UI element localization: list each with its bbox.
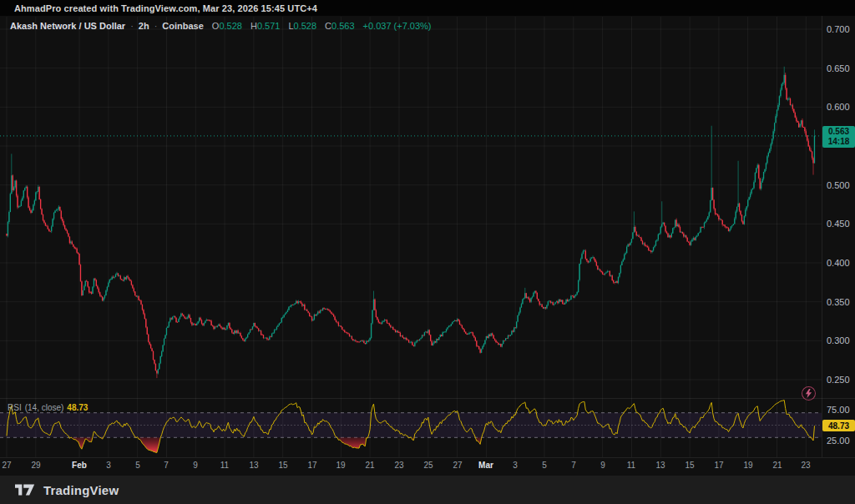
rsi-title: RSI — [8, 403, 22, 412]
price-tick: 0.700 — [827, 24, 850, 34]
time-tick: 15 — [675, 461, 704, 470]
time-tick: 5 — [124, 461, 152, 470]
ohlc-open: O0.528 — [209, 21, 242, 31]
price-tick: 0.650 — [827, 63, 850, 73]
price-tick: 0.400 — [827, 258, 850, 268]
ohlc-high: H0.571 — [247, 21, 280, 31]
time-tick: 27 — [443, 461, 472, 470]
legend-separator: · — [154, 21, 158, 31]
time-tick: 9 — [589, 461, 617, 470]
time-tick: 5 — [530, 461, 559, 470]
watermark-text: AhmadPro created with TradingView.com, M… — [14, 3, 317, 13]
chart-canvas[interactable] — [0, 0, 855, 504]
symbol-legend: Akash Network / US Dollar · 2h · Coinbas… — [10, 21, 432, 31]
time-tick: 17 — [705, 461, 733, 470]
time-tick: 21 — [763, 461, 792, 470]
time-tick: 13 — [240, 461, 268, 470]
time-tick: 25 — [414, 461, 443, 470]
watermark-bar: AhmadPro created with TradingView.com, M… — [0, 0, 855, 16]
quick-trade-button[interactable] — [802, 386, 816, 401]
rsi-tick: 25.00 — [827, 436, 850, 446]
interval-label[interactable]: 2h — [139, 21, 149, 31]
time-tick: 3 — [501, 461, 529, 470]
price-change: +0.037 (+7.03%) — [363, 21, 432, 31]
time-tick: 7 — [559, 461, 588, 470]
time-tick: 9 — [181, 461, 210, 470]
time-tick: 3 — [94, 461, 123, 470]
price-tick: 0.300 — [827, 335, 850, 345]
tradingview-logo-icon[interactable] — [15, 483, 37, 496]
price-tick: 0.500 — [827, 180, 850, 190]
legend-separator: · — [130, 21, 134, 31]
time-tick: 27 — [0, 461, 21, 470]
last-price-badge: 0.563 14:18 — [822, 126, 855, 148]
time-tick-month: Mar — [472, 461, 500, 470]
time-tick: 11 — [210, 461, 239, 470]
time-tick: 19 — [734, 461, 762, 470]
rsi-params: (14, close) — [25, 403, 64, 412]
price-tick: 0.250 — [827, 375, 850, 385]
price-tick: 0.350 — [827, 297, 850, 307]
rsi-value-badge: 48.73 — [822, 420, 855, 431]
lightning-icon — [805, 389, 812, 398]
time-tick: 19 — [326, 461, 355, 470]
last-price-value: 0.563 — [828, 127, 849, 137]
time-tick-month: Feb — [65, 461, 94, 470]
time-tick: 11 — [617, 461, 645, 470]
ohlc-low: L0.528 — [285, 21, 316, 31]
rsi-legend[interactable]: RSI (14, close) 48.73 — [8, 403, 88, 412]
symbol-title[interactable]: Akash Network / US Dollar — [10, 21, 125, 31]
time-tick: 15 — [269, 461, 297, 470]
time-tick: 13 — [646, 461, 675, 470]
time-tick: 17 — [298, 461, 326, 470]
time-tick: 21 — [356, 461, 384, 470]
exchange-label: Coinbase — [162, 21, 204, 31]
ohlc-close: C0.563 — [321, 21, 354, 31]
time-tick: 7 — [152, 461, 180, 470]
time-tick: 23 — [792, 461, 820, 470]
price-tick: 0.450 — [827, 219, 850, 229]
tradingview-brand[interactable]: TradingView — [43, 483, 119, 497]
price-tick: 0.600 — [827, 102, 850, 112]
rsi-tick: 75.00 — [827, 405, 850, 415]
time-tick: 29 — [22, 461, 50, 470]
footer-bar: TradingView — [0, 476, 855, 504]
bar-countdown: 14:18 — [828, 137, 850, 147]
time-tick: 23 — [385, 461, 413, 470]
tradingview-snapshot: AhmadPro created with TradingView.com, M… — [0, 0, 855, 504]
rsi-value: 48.73 — [67, 403, 88, 412]
